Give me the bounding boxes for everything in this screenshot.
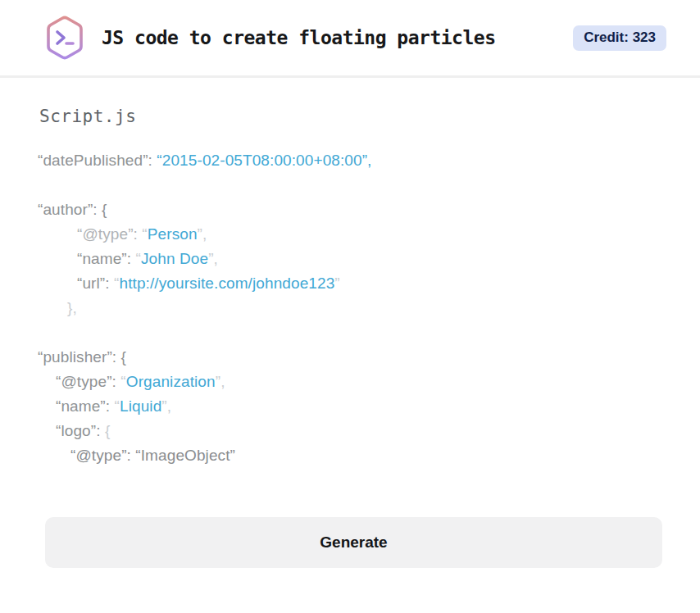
code-line: “url”: “http://yoursite.com/johndoe123” bbox=[38, 271, 662, 296]
code-line: }, bbox=[38, 296, 662, 320]
code-segment: ” bbox=[334, 275, 339, 292]
code-segment: http://yoursite.com/johndoe123 bbox=[119, 275, 334, 292]
code-segment: : bbox=[96, 422, 105, 439]
code-line bbox=[38, 173, 662, 198]
file-name-heading: Script.js bbox=[39, 107, 662, 126]
code-segment: “url” bbox=[77, 275, 105, 292]
generate-button[interactable]: Generate bbox=[45, 517, 662, 568]
code-segment: John Doe bbox=[141, 250, 208, 267]
code-segment: : bbox=[134, 225, 143, 243]
code-line: “@type”: “Organization”, bbox=[38, 370, 662, 394]
code-segment: “publisher”: { bbox=[38, 348, 126, 366]
code-segment: Organization bbox=[126, 373, 216, 390]
code-segment: Liquid bbox=[120, 397, 161, 415]
code-segment: { bbox=[105, 422, 110, 439]
code-segment: ”, bbox=[198, 225, 207, 243]
code-segment: “@type” bbox=[77, 225, 134, 243]
code-segment: “name” bbox=[77, 250, 127, 267]
code-segment: : bbox=[106, 397, 115, 415]
code-segment: “logo” bbox=[56, 422, 96, 439]
code-segment: “datePublished” bbox=[38, 152, 148, 169]
code-line: “logo”: { bbox=[38, 419, 662, 443]
main-content: Script.js “datePublished”: “2015-02-05T0… bbox=[0, 107, 700, 468]
code-line: “datePublished”: “2015-02-05T08:00:00+08… bbox=[38, 148, 662, 173]
code-line: “@type”: “ImageObject” bbox=[38, 443, 662, 468]
code-segment: ”, bbox=[208, 250, 218, 267]
header: JS code to create floating particles Cre… bbox=[0, 0, 700, 78]
code-segment: : bbox=[127, 250, 136, 267]
code-segment: “@type” bbox=[56, 373, 112, 390]
code-line bbox=[38, 320, 662, 345]
code-segment: “@type”: “ImageObject” bbox=[70, 447, 235, 464]
code-line: “author”: { bbox=[38, 198, 662, 222]
code-segment: }, bbox=[67, 299, 77, 316]
code-segment: : bbox=[105, 275, 114, 292]
code-segment: Person bbox=[148, 225, 198, 243]
code-segment: : bbox=[112, 373, 121, 390]
terminal-prompt-hexagon-icon bbox=[46, 16, 84, 60]
credit-badge: Credit: 323 bbox=[573, 25, 666, 51]
code-segment: ”, bbox=[161, 397, 171, 415]
code-line: “name”: “Liquid”, bbox=[38, 394, 662, 419]
code-segment: “2015-02-05T08:00:00+08:00”, bbox=[157, 152, 371, 169]
code-segment: : bbox=[148, 152, 157, 169]
code-segment: ”, bbox=[216, 373, 225, 390]
code-line: “@type”: “Person”, bbox=[38, 222, 662, 247]
code-line: “name”: “John Doe”, bbox=[38, 247, 662, 271]
code-block: “datePublished”: “2015-02-05T08:00:00+08… bbox=[38, 148, 662, 468]
code-segment: “author”: { bbox=[38, 201, 107, 218]
footer: Generate bbox=[0, 468, 700, 568]
code-line: “publisher”: { bbox=[38, 345, 662, 370]
page-title: JS code to create floating particles bbox=[102, 27, 496, 48]
code-segment: “name” bbox=[56, 397, 106, 415]
